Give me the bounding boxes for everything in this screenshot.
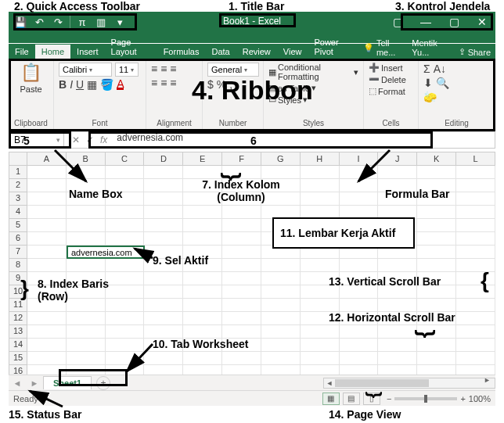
- cell[interactable]: [456, 179, 495, 192]
- currency-icon[interactable]: $: [207, 78, 214, 91]
- share-link[interactable]: ⇪Share: [454, 45, 495, 59]
- cell[interactable]: [67, 339, 106, 352]
- font-name-dropdown[interactable]: Calibri▾: [59, 63, 112, 77]
- cell[interactable]: [417, 232, 456, 246]
- cell[interactable]: [27, 246, 67, 259]
- align-right-icon[interactable]: ≡: [170, 77, 176, 89]
- cell[interactable]: [261, 339, 301, 352]
- cell[interactable]: [261, 352, 301, 365]
- cell[interactable]: [456, 259, 495, 272]
- row-header-7[interactable]: 7: [9, 246, 27, 259]
- cell[interactable]: [67, 166, 106, 179]
- cell[interactable]: [67, 272, 106, 285]
- cell[interactable]: [301, 272, 340, 285]
- row-3[interactable]: 3: [9, 192, 495, 206]
- hscroll-thumb[interactable]: [335, 379, 429, 387]
- pi-icon[interactable]: π: [75, 15, 89, 29]
- cell[interactable]: [340, 352, 379, 365]
- cell[interactable]: [417, 179, 456, 192]
- cell[interactable]: [183, 206, 222, 219]
- normal-view-icon[interactable]: ▦: [322, 393, 340, 405]
- cell[interactable]: [183, 299, 222, 312]
- cell[interactable]: [106, 166, 145, 179]
- cell[interactable]: [301, 192, 340, 206]
- cell[interactable]: [183, 219, 222, 232]
- cancel-formula-icon[interactable]: ✕: [72, 134, 80, 145]
- cell-styles-button[interactable]: ▭Styles▾: [268, 95, 358, 105]
- cell[interactable]: [340, 246, 379, 259]
- cell[interactable]: [340, 166, 379, 179]
- cell[interactable]: [222, 206, 261, 219]
- cell[interactable]: [301, 219, 340, 232]
- cell[interactable]: [417, 206, 456, 219]
- cell[interactable]: [340, 179, 379, 192]
- formula-bar[interactable]: advernesia.com: [107, 132, 183, 148]
- tab-view[interactable]: View: [277, 45, 308, 59]
- cell[interactable]: [144, 339, 183, 352]
- cell[interactable]: [222, 272, 261, 285]
- cell[interactable]: [144, 166, 183, 179]
- cell[interactable]: [301, 312, 340, 325]
- cell[interactable]: [378, 206, 417, 219]
- cell[interactable]: [261, 219, 301, 232]
- cell[interactable]: [261, 232, 301, 246]
- row-1[interactable]: 1: [9, 166, 495, 179]
- cell[interactable]: [340, 285, 379, 299]
- row-6[interactable]: 6: [9, 232, 495, 246]
- row-7[interactable]: 7: [9, 246, 495, 259]
- row-header-13[interactable]: 13: [9, 325, 27, 339]
- autosum-icon[interactable]: Σ: [423, 63, 430, 75]
- cell[interactable]: [301, 179, 340, 192]
- cell[interactable]: [378, 259, 417, 272]
- cell[interactable]: [144, 325, 183, 339]
- cell[interactable]: [301, 325, 340, 339]
- cell[interactable]: [261, 299, 301, 312]
- cell[interactable]: [378, 246, 417, 259]
- cell[interactable]: [340, 192, 379, 206]
- hscroll-left-icon[interactable]: ◄: [324, 379, 335, 387]
- row-header-10[interactable]: 10: [9, 285, 27, 299]
- cell[interactable]: [301, 259, 340, 272]
- tab-insert[interactable]: Insert: [70, 45, 105, 59]
- cell[interactable]: [106, 179, 145, 192]
- row-9[interactable]: 9: [9, 272, 495, 285]
- cell[interactable]: [144, 259, 183, 272]
- align-mid-icon[interactable]: ≡: [160, 63, 167, 75]
- zoom-level[interactable]: 100%: [469, 394, 491, 403]
- cell[interactable]: [144, 246, 183, 259]
- tab-formulas[interactable]: Formulas: [157, 45, 206, 59]
- cell[interactable]: [378, 352, 417, 365]
- cell[interactable]: [378, 272, 417, 285]
- cell[interactable]: [378, 219, 417, 232]
- cell[interactable]: [340, 219, 379, 232]
- cell[interactable]: [106, 339, 145, 352]
- cell[interactable]: [106, 352, 145, 365]
- fill-icon[interactable]: ⬇: [423, 77, 433, 89]
- cell[interactable]: [106, 272, 145, 285]
- maximize-icon[interactable]: ▢: [445, 15, 463, 29]
- qat-customize-icon[interactable]: ▾: [113, 15, 127, 29]
- tab-home[interactable]: Home: [35, 45, 70, 59]
- cell[interactable]: [183, 179, 222, 192]
- cell[interactable]: [67, 232, 106, 246]
- cell[interactable]: [417, 166, 456, 179]
- cell[interactable]: [456, 272, 495, 285]
- cell[interactable]: [222, 352, 261, 365]
- cell[interactable]: [456, 166, 495, 179]
- cell[interactable]: [340, 232, 379, 246]
- cell[interactable]: [27, 325, 67, 339]
- cell[interactable]: [456, 246, 495, 259]
- col-H[interactable]: H: [301, 152, 340, 166]
- paste-label[interactable]: Paste: [20, 84, 41, 94]
- cell[interactable]: [106, 312, 145, 325]
- cell[interactable]: [340, 259, 379, 272]
- cell[interactable]: [222, 312, 261, 325]
- col-J[interactable]: J: [378, 152, 417, 166]
- cell[interactable]: [261, 246, 301, 259]
- border-icon[interactable]: ▦: [87, 78, 97, 91]
- cell[interactable]: [222, 219, 261, 232]
- zoom-in-icon[interactable]: +: [460, 394, 465, 403]
- cell[interactable]: [340, 299, 379, 312]
- tab-power-pivot[interactable]: Power Pivot: [308, 35, 358, 59]
- align-top-icon[interactable]: ≡: [151, 63, 157, 75]
